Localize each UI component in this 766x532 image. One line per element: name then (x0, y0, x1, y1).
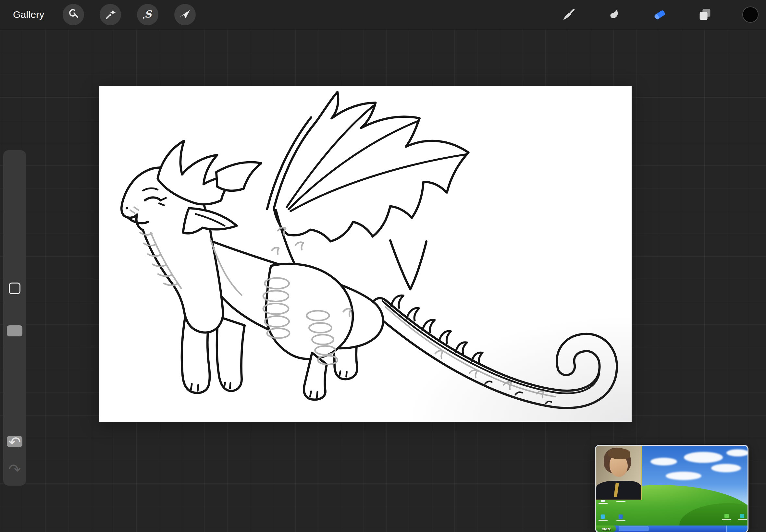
undo-button[interactable]: ↶ (3, 432, 26, 452)
top-toolbar: Gallery S (0, 0, 766, 30)
paint-brush-icon (560, 7, 576, 22)
transform-arrow-icon (178, 7, 192, 22)
workspace-background: ↶ ↷ start (0, 29, 766, 532)
adjustments-magic-wand-icon (103, 7, 117, 22)
desktop-icon (619, 514, 623, 519)
desktop-icon-label (599, 520, 608, 521)
cloud (666, 472, 701, 480)
smudge-icon (606, 7, 622, 22)
layers-button[interactable] (694, 4, 716, 25)
dragon-line-art (99, 86, 632, 422)
transform-button[interactable] (174, 4, 196, 25)
smudge-tool-button[interactable] (603, 4, 625, 25)
brush-size-slider[interactable] (7, 325, 22, 336)
svg-text:S: S (144, 8, 152, 20)
drawing-canvas[interactable] (99, 86, 632, 422)
xp-taskbar: start (596, 526, 748, 532)
color-swatch-button[interactable] (740, 4, 761, 25)
gallery-button[interactable]: Gallery (13, 9, 44, 20)
brush-sidebar: ↶ ↷ (3, 150, 26, 486)
modify-button[interactable] (9, 283, 20, 294)
dragon-tail (380, 296, 608, 404)
desktop-icon (740, 514, 744, 518)
selection-icon: S (140, 7, 155, 22)
desktop-icon-label (722, 519, 731, 520)
eraser-icon (652, 7, 667, 22)
xp-system-tray (726, 526, 748, 532)
adjustments-button[interactable] (100, 4, 121, 25)
desktop-icon (724, 514, 729, 518)
desktop-icon (601, 514, 605, 519)
cloud (684, 452, 723, 463)
redo-button[interactable]: ↷ (3, 460, 26, 479)
paint-tool-button[interactable] (557, 4, 579, 25)
eraser-tool-button[interactable] (649, 4, 670, 25)
dragon-wings (267, 92, 468, 268)
selection-button[interactable]: S (137, 4, 158, 25)
procreate-workspace: { "top_bar": { "gallery_label": "Gallery… (0, 0, 766, 532)
cloud (726, 449, 748, 456)
cloud (651, 458, 677, 465)
layers-icon (697, 7, 713, 22)
color-swatch (742, 6, 759, 23)
desktop-icon-label (616, 501, 626, 502)
actions-button[interactable] (63, 4, 84, 25)
webcam-feed (596, 446, 642, 500)
stream-pip-overlay: start (595, 445, 748, 532)
desktop-icon-label (738, 519, 747, 520)
cloud (711, 464, 741, 472)
xp-taskbar-item (619, 526, 649, 531)
actions-wrench-icon (66, 7, 80, 22)
xp-start-button: start (596, 526, 616, 532)
desktop-icon-label (599, 503, 608, 504)
desktop-icon-label (616, 520, 626, 521)
dragon-hind-leg (266, 264, 353, 400)
